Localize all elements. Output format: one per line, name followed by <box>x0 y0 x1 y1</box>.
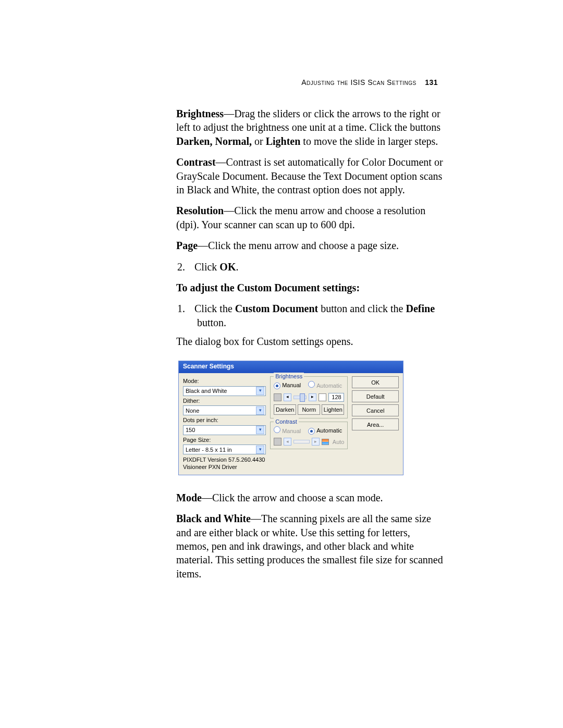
dpi-value: 150 <box>186 426 195 434</box>
norm-button[interactable]: Norm <box>298 404 320 415</box>
contrast-mode-radios: Manual Automatic <box>274 426 344 435</box>
version-line-2: Visioneer PXN Driver <box>183 464 266 471</box>
chevron-down-icon: ▾ <box>256 446 264 454</box>
body-text: Brightness—Drag the sliders or click the… <box>176 107 443 588</box>
brightness-preset-buttons: Darken Norm Lighten <box>274 404 344 415</box>
auto-contrast-icon <box>322 439 329 445</box>
radio-manual[interactable]: Manual <box>274 381 301 389</box>
lighten-button[interactable]: Lighten <box>322 404 344 415</box>
term-lighten: Lighten <box>266 135 301 147</box>
term-resolution: Resolution <box>176 205 224 216</box>
arrow-right-icon: ▸ <box>312 438 320 446</box>
brightness-group: Brightness Manual Automatic ◂ ▸ 128 <box>270 376 348 418</box>
step-number: 1. <box>177 302 192 315</box>
radio-automatic-label: Automatic <box>316 382 342 389</box>
step-1: 1. Click the Custom Document button and … <box>176 302 443 329</box>
ok-button[interactable]: OK <box>352 376 399 388</box>
area-button[interactable]: Area... <box>352 418 399 430</box>
radio-automatic-label: Automatic <box>316 427 342 434</box>
dialog-left-column: Mode: Black and White ▾ Dither: None ▾ D… <box>183 376 266 470</box>
chevron-down-icon: ▾ <box>256 406 264 415</box>
contrast-auto-label: Auto <box>333 438 345 446</box>
radio-dot-icon <box>308 381 315 388</box>
term-custom-document: Custom Document <box>235 303 318 314</box>
contrast-legend: Contrast <box>274 418 299 426</box>
chevron-down-icon: ▾ <box>256 426 264 434</box>
dither-label: Dither: <box>183 397 266 405</box>
dialog-title: Scanner Settings <box>179 361 403 373</box>
text: —Click the menu arrow and choose a page … <box>198 240 399 251</box>
radio-dot-icon <box>274 426 280 433</box>
section-title: Adjusting the ISIS Scan Settings <box>301 78 416 87</box>
default-button[interactable]: Default <box>352 390 399 402</box>
term-brightness: Brightness <box>176 108 224 119</box>
step-2: 2. Click OK. <box>176 260 443 274</box>
slider-thumb-icon[interactable] <box>300 393 305 402</box>
paragraph-contrast: Contrast—Contrast is set automatically f… <box>176 155 443 196</box>
driver-version: PIXDFLT Version 57.5.260.4430 Visioneer … <box>183 456 266 470</box>
mode-label: Mode: <box>183 377 266 385</box>
document-page: Adjusting the ISIS Scan Settings 131 Bri… <box>0 0 563 728</box>
dpi-select[interactable]: 150 ▾ <box>183 425 266 435</box>
arrow-left-icon[interactable]: ◂ <box>284 393 291 401</box>
step-1-desc: The dialog box for Custom settings opens… <box>176 335 443 348</box>
paragraph-resolution: Resolution—Click the menu arrow and choo… <box>176 204 443 231</box>
light-swatch-icon <box>319 393 326 401</box>
brightness-slider[interactable]: ◂ ▸ 128 <box>274 393 344 402</box>
radio-manual: Manual <box>274 426 301 435</box>
mode-value: Black and White <box>186 387 227 395</box>
paragraph-brightness: Brightness—Drag the sliders or click the… <box>176 107 443 148</box>
subheading: To adjust the Custom Document settings: <box>176 281 443 294</box>
term-contrast: Contrast <box>176 156 216 168</box>
text: Click the <box>194 303 235 314</box>
radio-automatic: Automatic <box>308 381 342 390</box>
dither-select[interactable]: None ▾ <box>183 405 266 415</box>
page-number: 131 <box>425 78 438 87</box>
scanner-settings-dialog: Scanner Settings Mode: Black and White ▾… <box>178 361 403 475</box>
contrast-slider: ◂ ▸ Auto <box>274 438 344 446</box>
version-line-1: PIXDFLT Version 57.5.260.4430 <box>183 456 266 463</box>
dark-swatch-icon <box>274 438 282 446</box>
slider-track <box>293 440 310 443</box>
dialog-right-column: OK Default Cancel Area... <box>352 376 399 470</box>
text: button and click the <box>318 303 406 314</box>
dialog-mid-column: Brightness Manual Automatic ◂ ▸ 128 <box>270 376 348 470</box>
slider-track[interactable] <box>293 396 307 399</box>
radio-manual-label: Manual <box>282 382 301 388</box>
radio-dot-icon <box>308 428 315 435</box>
arrow-left-icon: ◂ <box>284 438 291 446</box>
dark-swatch-icon <box>274 393 282 401</box>
darken-button[interactable]: Darken <box>274 404 296 415</box>
pagesize-label: Page Size: <box>183 436 266 444</box>
radio-manual-label: Manual <box>282 428 301 434</box>
dialog-body: Mode: Black and White ▾ Dither: None ▾ D… <box>179 373 403 474</box>
dpi-label: Dots per inch: <box>183 416 266 424</box>
term-page: Page <box>176 240 198 251</box>
contrast-group: Contrast Manual Automatic ◂ ▸ Auto <box>270 422 348 450</box>
text: —Contrast is set automatically for Color… <box>176 156 443 195</box>
arrow-right-icon[interactable]: ▸ <box>309 393 316 401</box>
text: . <box>236 261 238 273</box>
cancel-button[interactable]: Cancel <box>352 404 399 416</box>
radio-automatic[interactable]: Automatic <box>308 427 342 435</box>
pagesize-value: Letter - 8.5 x 11 in <box>186 446 232 454</box>
term-black-and-white: Black and White <box>176 513 251 524</box>
brightness-value: 128 <box>328 393 344 402</box>
step-number: 2. <box>177 260 192 274</box>
term-ok: OK <box>219 261 236 273</box>
brightness-legend: Brightness <box>274 373 304 380</box>
text: button. <box>197 317 226 328</box>
term-define: Define <box>406 303 435 314</box>
dither-value: None <box>186 407 199 415</box>
term-mode: Mode <box>176 492 202 503</box>
chevron-down-icon: ▾ <box>256 387 264 395</box>
pagesize-select[interactable]: Letter - 8.5 x 11 in ▾ <box>183 445 266 454</box>
paragraph-bw: Black and White—The scanning pixels are … <box>176 512 443 581</box>
paragraph-mode: Mode—Click the arrow and choose a scan m… <box>176 491 443 504</box>
term-darken-normal: Darken, Normal, <box>176 135 252 147</box>
text: —Click the arrow and choose a scan mode. <box>202 492 383 503</box>
text: Click <box>194 261 219 273</box>
text: to move the slide in larger steps. <box>300 135 438 147</box>
mode-select[interactable]: Black and White ▾ <box>183 386 266 396</box>
brightness-mode-radios: Manual Automatic <box>274 381 344 390</box>
